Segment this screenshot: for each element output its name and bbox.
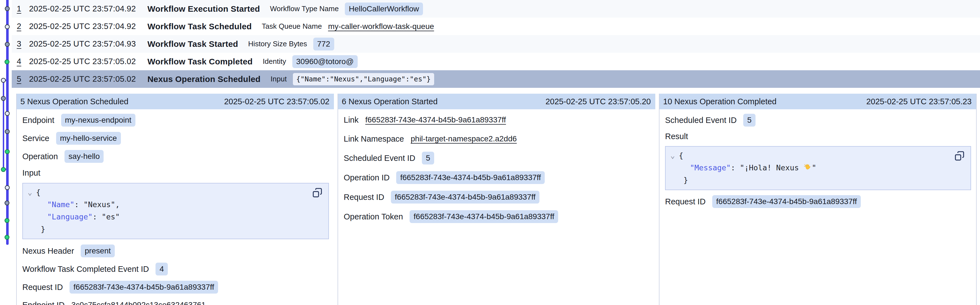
service-badge: my-hello-service (56, 132, 121, 145)
event-attr-label: History Size Bytes (248, 40, 307, 48)
scheduled-event-id-badge: 5 (743, 114, 756, 126)
event-attr-label: Task Queue Name (262, 22, 322, 31)
chevron-down-icon[interactable]: ⌄ (670, 149, 679, 162)
field-label: Nexus Header (22, 247, 74, 256)
event-id-link[interactable]: 5 (17, 74, 29, 84)
waving-hand-emoji (803, 163, 811, 171)
nexus-header-badge: present (81, 245, 115, 257)
chevron-down-icon[interactable]: ⌄ (28, 186, 36, 199)
event-id-link[interactable]: 1 (17, 4, 29, 13)
event-row-1[interactable]: 1 2025-02-25 UTC 23:57:04.92 Workflow Ex… (12, 0, 980, 17)
event-input-json-chip: {"Name":"Nexus","Language":"es"} (293, 73, 434, 85)
event-row-3[interactable]: 3 2025-02-25 UTC 23:57:04.93 Workflow Ta… (12, 35, 980, 53)
event-attr-label: Identity (263, 57, 286, 66)
field-label: Request ID (22, 283, 63, 292)
panel-header: 5 Nexus Operation Scheduled 2025-02-25 U… (17, 94, 334, 109)
panel-timestamp: 2025-02-25 UTC 23:57:05.23 (866, 97, 972, 106)
operation-token-badge: f665283f-743e-4374-b45b-9a61a89337ff (410, 210, 558, 223)
field-label: Request ID (344, 193, 384, 202)
task-queue-link[interactable]: my-caller-workflow-task-queue (328, 22, 434, 31)
panel-header: 10 Nexus Operation Completed 2025-02-25 … (659, 94, 976, 109)
event-attr-value-badge: 772 (313, 38, 334, 51)
event-attr-value-badge: HelloCallerWorkflow (345, 3, 423, 15)
field-label: Endpoint ID (22, 300, 65, 305)
event-row-5-selected[interactable]: 5 2025-02-25 UTC 23:57:05.02 Nexus Opera… (12, 70, 980, 88)
operation-badge: say-hello (65, 150, 103, 163)
field-label: Service (22, 134, 49, 143)
wtc-event-id-badge: 4 (156, 262, 168, 275)
event-attr-value-badge: 30960@totoro@ (292, 55, 358, 68)
event-row-4[interactable]: 4 2025-02-25 UTC 23:57:05.02 Workflow Ta… (12, 53, 980, 70)
panel-nexus-operation-completed: 10 Nexus Operation Completed 2025-02-25 … (659, 94, 977, 305)
panel-header: 6 Nexus Operation Started 2025-02-25 UTC… (338, 94, 655, 109)
panel-title: 10 Nexus Operation Completed (663, 97, 776, 106)
field-label: Link (344, 115, 358, 125)
field-label: Scheduled Event ID (665, 116, 737, 125)
field-label: Scheduled Event ID (344, 153, 415, 163)
event-timestamp: 2025-02-25 UTC 23:57:05.02 (29, 57, 148, 66)
field-label: Operation (22, 152, 58, 161)
event-name: Nexus Operation Scheduled (148, 74, 261, 84)
event-name: Workflow Task Scheduled (148, 22, 252, 31)
field-label: Operation ID (344, 173, 390, 182)
event-name: Workflow Task Started (148, 39, 238, 49)
request-id-badge: f665283f-743e-4374-b45b-9a61a89337ff (391, 191, 539, 204)
field-label: Workflow Task Completed Event ID (22, 265, 149, 274)
event-name: Workflow Task Completed (148, 57, 253, 66)
panel-timestamp: 2025-02-25 UTC 23:57:05.02 (224, 97, 329, 106)
event-attr-label: Workflow Type Name (270, 5, 339, 13)
event-id-link[interactable]: 3 (17, 39, 29, 49)
event-timestamp: 2025-02-25 UTC 23:57:04.92 (29, 4, 148, 13)
panel-title: 5 Nexus Operation Scheduled (21, 97, 129, 106)
event-timestamp: 2025-02-25 UTC 23:57:04.92 (29, 22, 148, 31)
timeline-rail (0, 0, 12, 305)
field-label: Operation Token (344, 212, 403, 221)
input-label: Input (22, 168, 40, 178)
field-label: Request ID (665, 197, 706, 206)
field-label: Link Namespace (344, 134, 404, 144)
panel-nexus-operation-started: 6 Nexus Operation Started 2025-02-25 UTC… (337, 94, 655, 305)
event-attr-label: Input (270, 75, 287, 83)
event-timestamp: 2025-02-25 UTC 23:57:05.02 (29, 74, 148, 84)
endpoint-badge: my-nexus-endpoint (61, 114, 135, 126)
event-name: Workflow Execution Started (148, 4, 260, 14)
copy-icon[interactable] (312, 187, 323, 198)
input-json-code-block: ⌄{ "Name": "Nexus", "Language": "es" } (22, 183, 329, 239)
field-label: Endpoint (22, 116, 54, 125)
event-id-link[interactable]: 2 (17, 22, 29, 31)
request-id-badge: f665283f-743e-4374-b45b-9a61a89337ff (70, 281, 218, 294)
link-event-link[interactable]: f665283f-743e-4374-b45b-9a61a89337ff (365, 115, 506, 124)
event-detail-panels: 5 Nexus Operation Scheduled 2025-02-25 U… (16, 94, 977, 305)
event-row-2[interactable]: 2 2025-02-25 UTC 23:57:04.92 Workflow Ta… (12, 17, 980, 35)
result-label: Result (665, 132, 688, 141)
panel-timestamp: 2025-02-25 UTC 23:57:05.20 (546, 97, 651, 106)
timeline-graph-icon (0, 0, 12, 305)
scheduled-event-id-badge: 5 (422, 152, 434, 164)
result-json-code-block: ⌄{ "Message": "¡Hola! Nexus " } (665, 146, 971, 190)
request-id-badge: f665283f-743e-4374-b45b-9a61a89337ff (712, 195, 861, 208)
panel-title: 6 Nexus Operation Started (342, 97, 438, 106)
endpoint-id-link[interactable]: 3c0c75ccfa8144b092c13ce632463761 (72, 300, 206, 305)
link-namespace-link[interactable]: phil-target-namespace2.a2dd6 (411, 134, 517, 143)
copy-icon[interactable] (954, 150, 965, 161)
event-history-list: 1 2025-02-25 UTC 23:57:04.92 Workflow Ex… (12, 0, 980, 88)
event-id-link[interactable]: 4 (17, 57, 29, 66)
event-timestamp: 2025-02-25 UTC 23:57:04.93 (29, 39, 148, 49)
operation-id-badge: f665283f-743e-4374-b45b-9a61a89337ff (396, 171, 545, 184)
panel-nexus-operation-scheduled: 5 Nexus Operation Scheduled 2025-02-25 U… (16, 94, 334, 305)
